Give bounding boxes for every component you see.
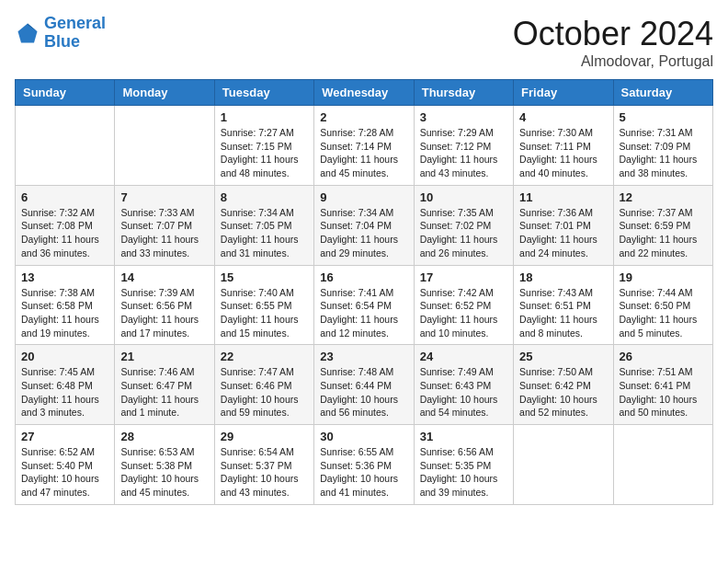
day-info: Sunrise: 7:31 AM Sunset: 7:09 PM Dayligh… bbox=[620, 126, 707, 180]
day-info: Sunrise: 6:53 AM Sunset: 5:38 PM Dayligh… bbox=[120, 445, 208, 500]
calendar-cell: 28Sunrise: 6:53 AM Sunset: 5:38 PM Dayli… bbox=[115, 425, 214, 505]
day-number: 4 bbox=[519, 110, 607, 124]
calendar-week-row: 1Sunrise: 7:27 AM Sunset: 7:15 PM Daylig… bbox=[16, 106, 713, 186]
weekday-header: Tuesday bbox=[214, 80, 313, 106]
day-info: Sunrise: 7:28 AM Sunset: 7:14 PM Dayligh… bbox=[320, 126, 407, 180]
day-info: Sunrise: 7:27 AM Sunset: 7:15 PM Dayligh… bbox=[221, 126, 308, 180]
day-info: Sunrise: 7:49 AM Sunset: 6:43 PM Dayligh… bbox=[420, 365, 507, 419]
calendar-cell: 9Sunrise: 7:34 AM Sunset: 7:04 PM Daylig… bbox=[314, 185, 414, 265]
day-number: 17 bbox=[420, 270, 507, 284]
day-number: 19 bbox=[620, 270, 707, 284]
month-title: October 2024 bbox=[513, 15, 713, 53]
calendar-cell: 7Sunrise: 7:33 AM Sunset: 7:07 PM Daylig… bbox=[115, 185, 214, 265]
day-info: Sunrise: 6:52 AM Sunset: 5:40 PM Dayligh… bbox=[21, 445, 108, 500]
calendar-cell: 12Sunrise: 7:37 AM Sunset: 6:59 PM Dayli… bbox=[613, 185, 712, 265]
day-info: Sunrise: 7:34 AM Sunset: 7:04 PM Dayligh… bbox=[320, 206, 407, 260]
day-number: 18 bbox=[519, 270, 607, 284]
day-info: Sunrise: 6:54 AM Sunset: 5:37 PM Dayligh… bbox=[221, 445, 308, 500]
day-number: 25 bbox=[519, 350, 607, 363]
calendar-cell: 24Sunrise: 7:49 AM Sunset: 6:43 PM Dayli… bbox=[414, 345, 513, 425]
weekday-header: Monday bbox=[115, 80, 214, 106]
day-info: Sunrise: 7:30 AM Sunset: 7:11 PM Dayligh… bbox=[519, 126, 607, 180]
calendar-cell: 13Sunrise: 7:38 AM Sunset: 6:58 PM Dayli… bbox=[16, 265, 115, 345]
calendar-cell: 6Sunrise: 7:32 AM Sunset: 7:08 PM Daylig… bbox=[16, 185, 115, 265]
svg-marker-0 bbox=[18, 23, 38, 42]
day-info: Sunrise: 7:46 AM Sunset: 6:47 PM Dayligh… bbox=[120, 365, 208, 419]
calendar-header-row: SundayMondayTuesdayWednesdayThursdayFrid… bbox=[16, 80, 713, 106]
calendar-cell: 4Sunrise: 7:30 AM Sunset: 7:11 PM Daylig… bbox=[514, 106, 613, 186]
title-block: October 2024 Almodovar, Portugal bbox=[513, 15, 713, 70]
day-info: Sunrise: 7:48 AM Sunset: 6:44 PM Dayligh… bbox=[320, 365, 407, 419]
calendar-cell bbox=[115, 106, 214, 186]
calendar-week-row: 27Sunrise: 6:52 AM Sunset: 5:40 PM Dayli… bbox=[16, 425, 713, 505]
day-number: 7 bbox=[120, 190, 208, 204]
calendar-cell: 15Sunrise: 7:40 AM Sunset: 6:55 PM Dayli… bbox=[214, 265, 313, 345]
calendar-cell bbox=[514, 425, 613, 505]
calendar-cell: 10Sunrise: 7:35 AM Sunset: 7:02 PM Dayli… bbox=[414, 185, 513, 265]
day-info: Sunrise: 7:35 AM Sunset: 7:02 PM Dayligh… bbox=[420, 206, 507, 260]
calendar-cell: 30Sunrise: 6:55 AM Sunset: 5:36 PM Dayli… bbox=[314, 425, 414, 505]
calendar-cell: 31Sunrise: 6:56 AM Sunset: 5:35 PM Dayli… bbox=[414, 425, 513, 505]
calendar-cell: 11Sunrise: 7:36 AM Sunset: 7:01 PM Dayli… bbox=[514, 185, 613, 265]
day-number: 3 bbox=[420, 110, 507, 124]
calendar-cell: 16Sunrise: 7:41 AM Sunset: 6:54 PM Dayli… bbox=[314, 265, 414, 345]
weekday-header: Friday bbox=[514, 80, 613, 106]
calendar-cell: 18Sunrise: 7:43 AM Sunset: 6:51 PM Dayli… bbox=[514, 265, 613, 345]
calendar-cell: 17Sunrise: 7:42 AM Sunset: 6:52 PM Dayli… bbox=[414, 265, 513, 345]
calendar-week-row: 6Sunrise: 7:32 AM Sunset: 7:08 PM Daylig… bbox=[16, 185, 713, 265]
calendar-cell: 1Sunrise: 7:27 AM Sunset: 7:15 PM Daylig… bbox=[214, 106, 313, 186]
day-number: 8 bbox=[221, 190, 308, 204]
calendar-cell: 5Sunrise: 7:31 AM Sunset: 7:09 PM Daylig… bbox=[613, 106, 712, 186]
day-info: Sunrise: 7:47 AM Sunset: 6:46 PM Dayligh… bbox=[221, 365, 308, 419]
day-number: 2 bbox=[320, 110, 407, 124]
location-title: Almodovar, Portugal bbox=[513, 53, 713, 70]
calendar-cell: 25Sunrise: 7:50 AM Sunset: 6:42 PM Dayli… bbox=[514, 345, 613, 425]
day-number: 24 bbox=[420, 350, 507, 363]
logo-text: General Blue bbox=[44, 15, 106, 52]
day-info: Sunrise: 7:38 AM Sunset: 6:58 PM Dayligh… bbox=[21, 286, 108, 340]
day-info: Sunrise: 7:50 AM Sunset: 6:42 PM Dayligh… bbox=[519, 365, 607, 419]
day-number: 26 bbox=[620, 350, 707, 363]
calendar-cell bbox=[16, 106, 115, 186]
day-info: Sunrise: 7:39 AM Sunset: 6:56 PM Dayligh… bbox=[120, 286, 208, 340]
calendar-week-row: 20Sunrise: 7:45 AM Sunset: 6:48 PM Dayli… bbox=[16, 345, 713, 425]
calendar-cell: 22Sunrise: 7:47 AM Sunset: 6:46 PM Dayli… bbox=[214, 345, 313, 425]
day-number: 9 bbox=[320, 190, 407, 204]
day-number: 14 bbox=[120, 270, 208, 284]
day-info: Sunrise: 7:40 AM Sunset: 6:55 PM Dayligh… bbox=[221, 286, 308, 340]
day-number: 11 bbox=[519, 190, 607, 204]
day-info: Sunrise: 7:36 AM Sunset: 7:01 PM Dayligh… bbox=[519, 206, 607, 260]
calendar-cell: 2Sunrise: 7:28 AM Sunset: 7:14 PM Daylig… bbox=[314, 106, 414, 186]
day-number: 6 bbox=[21, 190, 108, 204]
day-info: Sunrise: 6:56 AM Sunset: 5:35 PM Dayligh… bbox=[420, 445, 507, 500]
calendar-cell: 23Sunrise: 7:48 AM Sunset: 6:44 PM Dayli… bbox=[314, 345, 414, 425]
day-info: Sunrise: 7:37 AM Sunset: 6:59 PM Dayligh… bbox=[620, 206, 707, 260]
day-number: 27 bbox=[21, 430, 108, 443]
calendar-cell: 8Sunrise: 7:34 AM Sunset: 7:05 PM Daylig… bbox=[214, 185, 313, 265]
day-info: Sunrise: 7:44 AM Sunset: 6:50 PM Dayligh… bbox=[620, 286, 707, 340]
day-info: Sunrise: 7:45 AM Sunset: 6:48 PM Dayligh… bbox=[21, 365, 108, 419]
day-number: 1 bbox=[221, 110, 308, 124]
day-number: 13 bbox=[21, 270, 108, 284]
day-number: 20 bbox=[21, 350, 108, 363]
day-info: Sunrise: 7:51 AM Sunset: 6:41 PM Dayligh… bbox=[620, 365, 707, 419]
day-number: 5 bbox=[620, 110, 707, 124]
day-info: Sunrise: 7:33 AM Sunset: 7:07 PM Dayligh… bbox=[120, 206, 208, 260]
day-number: 12 bbox=[620, 190, 707, 204]
calendar-cell: 21Sunrise: 7:46 AM Sunset: 6:47 PM Dayli… bbox=[115, 345, 214, 425]
day-number: 21 bbox=[120, 350, 208, 363]
calendar-cell: 20Sunrise: 7:45 AM Sunset: 6:48 PM Dayli… bbox=[16, 345, 115, 425]
calendar-table: SundayMondayTuesdayWednesdayThursdayFrid… bbox=[15, 79, 713, 505]
day-number: 31 bbox=[420, 430, 507, 443]
day-info: Sunrise: 7:32 AM Sunset: 7:08 PM Dayligh… bbox=[21, 206, 108, 260]
day-number: 30 bbox=[320, 430, 407, 443]
calendar-cell: 19Sunrise: 7:44 AM Sunset: 6:50 PM Dayli… bbox=[613, 265, 712, 345]
day-info: Sunrise: 7:29 AM Sunset: 7:12 PM Dayligh… bbox=[420, 126, 507, 180]
day-number: 15 bbox=[221, 270, 308, 284]
page-header: General Blue October 2024 Almodovar, Por… bbox=[15, 15, 713, 70]
calendar-cell: 29Sunrise: 6:54 AM Sunset: 5:37 PM Dayli… bbox=[214, 425, 313, 505]
logo: General Blue bbox=[15, 15, 106, 52]
weekday-header: Sunday bbox=[16, 80, 115, 106]
calendar-cell: 3Sunrise: 7:29 AM Sunset: 7:12 PM Daylig… bbox=[414, 106, 513, 186]
weekday-header: Wednesday bbox=[314, 80, 414, 106]
